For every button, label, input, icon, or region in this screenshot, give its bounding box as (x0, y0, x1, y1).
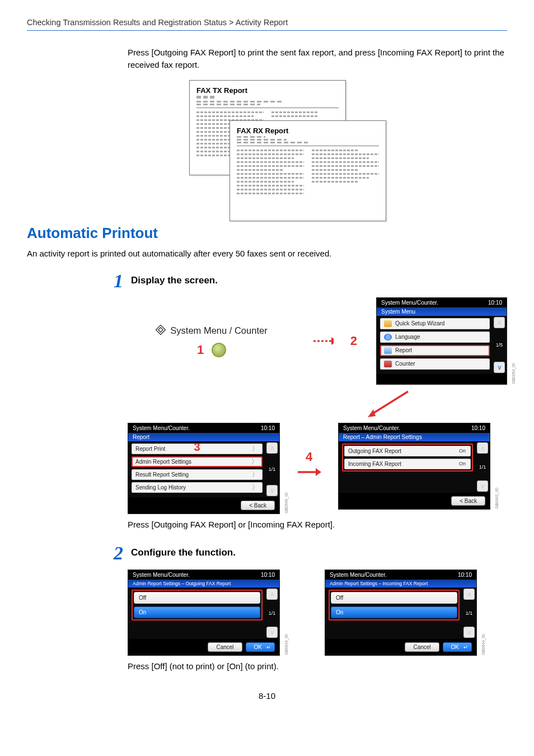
panel-time: 10:10 (458, 572, 472, 578)
menu-item-counter[interactable]: Counter (380, 358, 490, 370)
scroll-bar[interactable]: ∧ 1/5 ∨ (493, 317, 505, 373)
panel-strip: System Menu (377, 307, 507, 316)
svg-marker-5 (368, 409, 376, 417)
figure-code: GB0643_00 (284, 634, 288, 655)
scroll-up-icon[interactable]: ∧ (266, 442, 278, 454)
panel-strip: Report – Admin Report Settings (339, 433, 490, 441)
section-body: An activity report is printed out automa… (27, 249, 507, 258)
panel-time: 10:10 (488, 300, 502, 306)
page-indicator: 1/1 (466, 610, 473, 616)
state-label: On (459, 461, 466, 466)
scroll-up-icon[interactable]: ∧ (463, 589, 475, 600)
menu-item-incoming-fax-report[interactable]: Incoming FAX ReportOn (344, 459, 471, 469)
ok-button[interactable]: OK (246, 642, 275, 652)
panel-strip: Report (128, 433, 279, 441)
menu-item-report-print[interactable]: Report Print 3 〉 (132, 444, 263, 454)
menu-item-admin-report-settings[interactable]: Admin Report Settings〉 (132, 456, 263, 467)
report-icon (384, 347, 392, 354)
step-label: Configure the function. (131, 544, 236, 563)
globe-icon (384, 334, 392, 340)
chevron-right-icon: 〉 (252, 444, 259, 454)
scroll-bar[interactable]: ∧ 1/1 ∨ (463, 589, 475, 638)
scroll-bar[interactable]: ∧ 1/1 ∨ (476, 442, 489, 492)
scroll-down-icon[interactable]: ∨ (266, 485, 278, 496)
figure-code: GB0054_00 (512, 363, 516, 384)
panel-header: System Menu/Counter. (133, 425, 190, 431)
diamond-icon (156, 325, 166, 337)
callout-2: 2 (350, 334, 357, 348)
menu-item-quick-setup[interactable]: Quick Setup Wizard (380, 318, 490, 329)
scroll-down-icon[interactable]: ∨ (463, 627, 475, 638)
scroll-up-icon[interactable]: ∧ (494, 317, 505, 328)
fax-rx-title: FAX RX Report (237, 127, 379, 135)
cancel-button[interactable]: Cancel (405, 642, 439, 652)
panel-time: 10:10 (261, 425, 275, 431)
header-rule (27, 30, 507, 31)
option-on[interactable]: On (331, 606, 457, 618)
ok-button[interactable]: OK (443, 642, 472, 652)
panel-strip: Admin Report Settings – Outgoing FAX Rep… (128, 580, 279, 587)
system-menu-hardware-label: System Menu / Counter (156, 325, 267, 337)
section-title: Automatic Printout (27, 225, 507, 242)
step-label: Display the screen. (131, 272, 218, 291)
panel-time: 10:10 (471, 425, 485, 431)
fax-tx-title: FAX TX Report (196, 86, 339, 95)
system-menu-panel: System Menu/Counter. 10:10 System Menu Q… (376, 297, 507, 385)
option-on[interactable]: On (134, 606, 260, 618)
page-indicator: 1/1 (269, 466, 276, 472)
highlight-box: Outgoing FAX ReportOn Incoming FAX Repor… (342, 444, 473, 472)
callout-3: 3 (194, 441, 200, 454)
system-menu-button[interactable] (212, 343, 226, 357)
hw-label-text: System Menu / Counter (170, 325, 267, 336)
panel-time: 10:10 (261, 572, 275, 578)
figure-code: GB0640_00 (284, 492, 288, 513)
breadcrumb: Checking Transmission Results and Regist… (27, 18, 507, 27)
figure-code: GB0644_00 (481, 634, 485, 655)
scroll-down-icon[interactable]: ∨ (266, 627, 278, 638)
chevron-right-icon: 〉 (251, 457, 258, 466)
scroll-up-icon[interactable]: ∧ (266, 589, 278, 600)
page-indicator: 1/1 (269, 610, 276, 616)
menu-item-language[interactable]: Language (380, 332, 490, 343)
scroll-down-icon[interactable]: ∨ (494, 362, 505, 373)
scroll-up-icon[interactable]: ∧ (477, 442, 488, 454)
report-menu-panel: System Menu/Counter. 10:10 Report Report… (128, 423, 280, 514)
callout-4: 4 (306, 450, 312, 464)
svg-marker-7 (316, 468, 321, 476)
chevron-right-icon: 〉 (252, 483, 259, 492)
scroll-down-icon[interactable]: ∨ (477, 480, 488, 492)
menu-item-report[interactable]: Report (380, 345, 490, 356)
panel-strip: Admin Report Settings – Incoming FAX Rep… (325, 580, 476, 587)
svg-line-4 (372, 391, 408, 414)
menu-item-outgoing-fax-report[interactable]: Outgoing FAX ReportOn (344, 446, 471, 456)
menu-item-sending-log-history[interactable]: Sending Log History〉 (132, 482, 263, 493)
state-label: On (459, 448, 466, 454)
option-off[interactable]: Off (331, 592, 457, 604)
wizard-icon (384, 320, 392, 327)
back-button[interactable]: < Back (451, 496, 485, 506)
svg-rect-1 (158, 327, 163, 332)
back-button[interactable]: < Back (241, 501, 275, 510)
svg-rect-0 (156, 325, 166, 334)
report-illustration: FAX TX Report FAX RX Report (189, 80, 368, 209)
page-number: 8-10 (27, 691, 507, 701)
panel-header: System Menu/Counter. (381, 300, 438, 306)
step-1-header: 1 Display the screen. (105, 272, 507, 291)
outgoing-fax-report-config-panel: System Menu/Counter. 10:10 Admin Report … (128, 570, 280, 656)
arrow-diagonal-icon (362, 388, 413, 422)
scroll-bar[interactable]: ∧ 1/1 ∨ (266, 589, 278, 638)
option-off[interactable]: Off (134, 592, 260, 604)
step-2-header: 2 Configure the function. (105, 544, 507, 563)
figure-code: GB0642_00 (495, 488, 499, 508)
step2-caption: Press [Off] (not to print) or [On] (to p… (128, 661, 507, 671)
page-indicator: 1/1 (479, 464, 486, 470)
callout-1: 1 (197, 343, 204, 357)
arrow-right-icon (312, 334, 334, 348)
counter-icon (384, 361, 392, 367)
scroll-bar[interactable]: ∧ 1/1 ∨ (266, 442, 278, 496)
menu-item-result-report-setting[interactable]: Result Report Setting〉 (132, 469, 263, 480)
cancel-button[interactable]: Cancel (208, 642, 242, 652)
panel-header: System Menu/Counter. (343, 425, 400, 431)
panel-header: System Menu/Counter. (330, 572, 387, 578)
panel-header: System Menu/Counter. (133, 572, 190, 578)
